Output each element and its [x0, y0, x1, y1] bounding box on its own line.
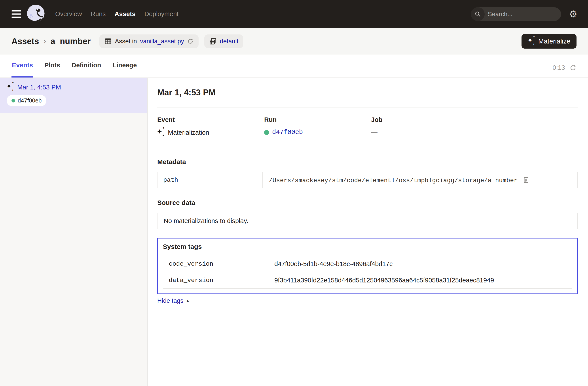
materialization-sparkle-icon: ✦✦✦ — [7, 83, 14, 91]
tag-key: code_version — [163, 256, 268, 272]
asset-location-prefix: Asset in — [115, 38, 137, 45]
event-title: Mar 1, 4:53 PM — [157, 88, 578, 97]
run-id-link[interactable]: d47f00eb — [272, 129, 303, 136]
asset-file-link[interactable]: vanilla_asset.py — [140, 38, 184, 45]
copy-clipboard-icon[interactable] — [523, 176, 529, 183]
event-type-value: Materialization — [168, 129, 209, 136]
group-grid-icon — [209, 38, 217, 45]
caret-up-icon: ▲ — [186, 298, 190, 303]
dagster-logo-icon[interactable] — [25, 3, 47, 25]
table-row: path /Users/smackesey/stm/code/elementl/… — [157, 172, 578, 188]
job-empty-value: — — [371, 129, 378, 136]
nav-item-assets[interactable]: Assets — [115, 10, 136, 18]
table-grid-icon — [104, 38, 112, 45]
event-detail-panel: Mar 1, 4:53 PM Event ✦✦✦ Materialization… — [147, 78, 588, 386]
asset-header-bar: Assets › a_number Asset in vanilla_asset… — [0, 28, 588, 55]
divider — [157, 107, 578, 108]
breadcrumb-root[interactable]: Assets — [11, 37, 39, 46]
asset-group-badge[interactable]: default — [204, 34, 243, 48]
metadata-action-cell — [566, 172, 578, 188]
run-status-dot — [264, 130, 269, 135]
tab-plots[interactable]: Plots — [44, 61, 61, 78]
reload-definitions-icon[interactable] — [187, 38, 194, 45]
system-tags-heading: System tags — [163, 243, 572, 250]
run-id-label: d47f00eb — [18, 97, 42, 104]
breadcrumb-chevron-icon: › — [43, 37, 46, 46]
search-box[interactable]: / — [471, 7, 561, 21]
source-data-empty-message: No materializations to display. — [157, 213, 578, 229]
source-data-heading: Source data — [157, 199, 578, 206]
table-row: code_version d47f00eb-5d1b-4e9e-b18c-489… — [163, 256, 572, 272]
primary-nav: Overview Runs Assets Deployment — [55, 10, 178, 18]
system-tags-table: code_version d47f00eb-5d1b-4e9e-b18c-489… — [163, 256, 572, 289]
event-list-item-selected[interactable]: ✦✦✦ Mar 1, 4:53 PM d47f00eb — [0, 78, 147, 113]
event-column-label: Event — [157, 116, 264, 123]
metadata-heading: Metadata — [157, 158, 578, 166]
run-id-pill[interactable]: d47f00eb — [7, 95, 46, 106]
refresh-countdown: 0:13 — [553, 64, 565, 71]
search-icon — [471, 7, 485, 21]
asset-location-badge[interactable]: Asset in vanilla_asset.py — [99, 34, 199, 48]
job-column-label: Job — [371, 116, 578, 123]
refresh-icon[interactable] — [569, 64, 577, 71]
metadata-key: path — [157, 172, 263, 188]
asset-tabs-bar: Events Plots Definition Lineage 0:13 — [0, 55, 588, 78]
tab-lineage[interactable]: Lineage — [112, 61, 137, 78]
tab-definition[interactable]: Definition — [71, 61, 102, 78]
nav-item-runs[interactable]: Runs — [91, 10, 106, 18]
materialize-button-label: Materialize — [538, 38, 570, 45]
hide-tags-label: Hide tags — [157, 297, 183, 304]
divider — [157, 148, 578, 148]
search-input[interactable] — [485, 11, 561, 18]
materialize-button[interactable]: ✦✦✦ Materialize — [522, 34, 577, 49]
tag-value: d47f00eb-5d1b-4e9e-b18c-4896af4bd17c — [268, 256, 572, 272]
run-status-dot — [11, 99, 15, 102]
system-tags-section: System tags code_version d47f00eb-5d1b-4… — [157, 238, 578, 294]
event-summary-grid: Event ✦✦✦ Materialization Run d47f00eb J… — [157, 116, 578, 136]
sparkle-icon: ✦✦✦ — [528, 38, 535, 45]
metadata-table: path /Users/smackesey/stm/code/elementl/… — [157, 172, 578, 188]
group-name-link[interactable]: default — [220, 38, 238, 45]
tag-value: 9f3b411a390fd22e158d446d5d12504963596aa6… — [268, 272, 572, 289]
materialization-sparkle-icon: ✦✦✦ — [157, 129, 165, 136]
nav-item-overview[interactable]: Overview — [55, 10, 82, 18]
breadcrumb-asset-name: a_number — [51, 37, 91, 46]
hide-tags-link[interactable]: Hide tags ▲ — [157, 297, 578, 304]
event-date-link[interactable]: Mar 1, 4:53 PM — [17, 84, 61, 91]
hamburger-menu-icon[interactable] — [11, 10, 21, 18]
settings-gear-icon[interactable]: ⚙ — [569, 9, 577, 19]
table-row: data_version 9f3b411a390fd22e158d446d5d1… — [163, 272, 572, 289]
nav-item-deployment[interactable]: Deployment — [145, 10, 179, 18]
tag-key: data_version — [163, 272, 268, 289]
tab-events[interactable]: Events — [11, 61, 33, 78]
path-value-link[interactable]: /Users/smackesey/stm/code/elementl/oss/t… — [269, 177, 518, 184]
event-list-sidebar: ✦✦✦ Mar 1, 4:53 PM d47f00eb — [0, 78, 147, 386]
top-nav: Overview Runs Assets Deployment / ⚙ — [0, 0, 588, 28]
run-column-label: Run — [264, 116, 371, 123]
